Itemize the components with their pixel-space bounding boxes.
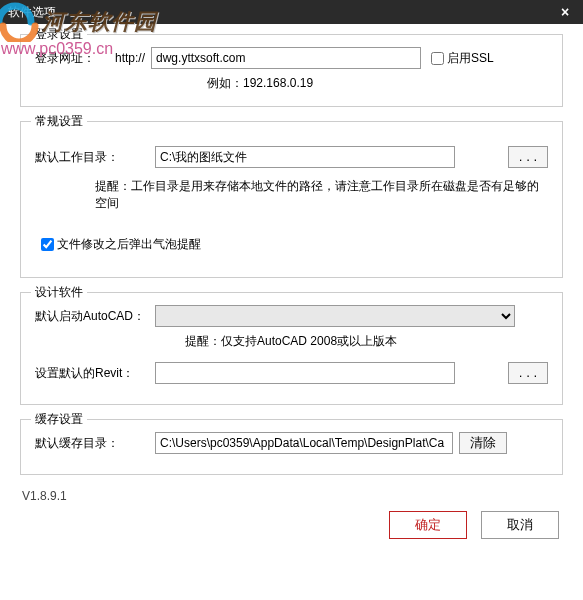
workdir-label: 默认工作目录： <box>35 149 155 166</box>
enable-ssl-label: 启用SSL <box>447 50 494 67</box>
bubble-reminder-checkbox[interactable] <box>41 238 54 251</box>
revit-browse-button[interactable]: . . . <box>508 362 548 384</box>
workdir-input[interactable] <box>155 146 455 168</box>
ok-button[interactable]: 确定 <box>389 511 467 539</box>
dialog-buttons: 确定 取消 <box>20 511 563 539</box>
cache-settings-group: 缓存设置 默认缓存目录： 清除 <box>20 419 563 475</box>
window-title: 软件选项 <box>8 0 56 24</box>
version-label: V1.8.9.1 <box>22 489 563 503</box>
content-area: 登录设置 登录网址： http:// 启用SSL 例如：192.168.0.19… <box>0 24 583 539</box>
login-url-input[interactable] <box>151 47 421 69</box>
cache-legend: 缓存设置 <box>31 411 87 428</box>
login-legend: 登录设置 <box>31 26 87 43</box>
general-settings-group: 常规设置 默认工作目录： . . . 提醒：工作目录是用来存储本地文件的路径，请… <box>20 121 563 278</box>
login-url-label: 登录网址： <box>35 50 115 67</box>
autocad-label: 默认启动AutoCAD： <box>35 308 155 325</box>
cancel-button[interactable]: 取消 <box>481 511 559 539</box>
autocad-hint: 提醒：仅支持AutoCAD 2008或以上版本 <box>185 333 548 350</box>
cachedir-input[interactable] <box>155 432 453 454</box>
cachedir-label: 默认缓存目录： <box>35 435 155 452</box>
titlebar: 软件选项 × <box>0 0 583 24</box>
cache-clear-button[interactable]: 清除 <box>459 432 507 454</box>
login-url-example: 例如：192.168.0.19 <box>207 75 548 92</box>
workdir-hint: 提醒：工作目录是用来存储本地文件的路径，请注意工作目录所在磁盘是否有足够的空间 <box>95 178 548 212</box>
close-icon[interactable]: × <box>555 0 575 24</box>
general-legend: 常规设置 <box>31 113 87 130</box>
enable-ssl-checkbox[interactable] <box>431 52 444 65</box>
autocad-select[interactable] <box>155 305 515 327</box>
design-legend: 设计软件 <box>31 284 87 301</box>
design-software-group: 设计软件 默认启动AutoCAD： 提醒：仅支持AutoCAD 2008或以上版… <box>20 292 563 405</box>
revit-label: 设置默认的Revit： <box>35 365 155 382</box>
http-prefix: http:// <box>115 51 145 65</box>
workdir-browse-button[interactable]: . . . <box>508 146 548 168</box>
login-settings-group: 登录设置 登录网址： http:// 启用SSL 例如：192.168.0.19 <box>20 34 563 107</box>
bubble-reminder-label: 文件修改之后弹出气泡提醒 <box>57 236 201 253</box>
revit-input[interactable] <box>155 362 455 384</box>
